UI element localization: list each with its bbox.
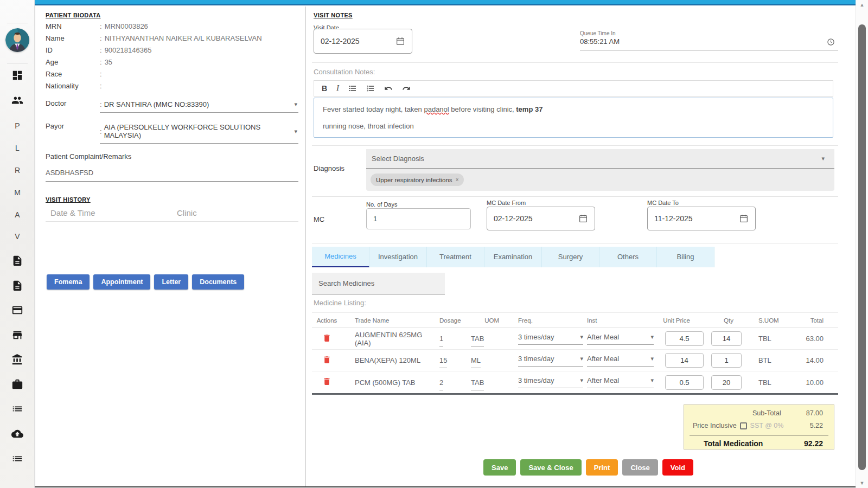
divider (312, 196, 838, 197)
tab-treatment[interactable]: Treatment (427, 247, 484, 267)
mc-date-from-input[interactable]: 02-12-2025 (487, 207, 595, 230)
patients-icon[interactable] (11, 94, 23, 106)
appointment-button[interactable]: Appointment (93, 274, 150, 290)
scroll-up-icon[interactable] (856, 2, 868, 8)
vertical-scrollbar[interactable] (856, 0, 868, 488)
delete-icon[interactable] (322, 355, 331, 365)
chevron-down-icon (294, 101, 297, 107)
tab-medicines[interactable]: Medicines (312, 247, 369, 267)
s-uom: TBL (746, 335, 787, 343)
list-icon[interactable] (11, 403, 23, 415)
uom-input[interactable]: ML (471, 356, 481, 368)
uom-input[interactable]: TAB (471, 378, 484, 390)
bold-icon[interactable]: B (322, 84, 327, 93)
void-button[interactable]: Void (662, 459, 693, 476)
subtotal-row: Sub-Total 87.00 (684, 407, 834, 419)
print-button[interactable]: Print (586, 459, 618, 476)
mc-days-label: No. of Days (366, 201, 397, 208)
document-icon[interactable] (11, 255, 23, 267)
payor-select[interactable]: : AIA (PERSOLKELLY WORKFORCE SOLUTIONS M… (100, 121, 298, 144)
clock-icon[interactable] (827, 38, 835, 48)
complaint-label: Patient Complaint/Remarks (46, 152, 298, 160)
dosage-input[interactable]: 1 (439, 335, 443, 346)
dosage-input[interactable]: 15 (439, 356, 447, 368)
document-icon-2[interactable] (11, 280, 23, 292)
topbar (35, 0, 856, 5)
diagnosis-chip[interactable]: Upper respiratory infections × (371, 174, 464, 186)
briefcase-icon[interactable] (11, 378, 23, 390)
medicine-row: BENA(XEPA) 120ML 15 ML 3 times/day After… (312, 350, 838, 371)
tab-surgery[interactable]: Surgery (542, 247, 599, 267)
delete-icon[interactable] (322, 333, 331, 343)
bank-icon[interactable] (11, 354, 23, 365)
sidebar-item-l[interactable]: L (0, 144, 35, 152)
complaint-input[interactable]: ASDBHASFSD (46, 169, 298, 182)
tab-bar: Medicines Investigation Treatment Examin… (312, 247, 714, 267)
visit-date-input[interactable]: 02-12-2025 (314, 29, 412, 54)
patient-field-age: Age : 35 (46, 58, 298, 66)
search-medicines-input[interactable]: Search Medicines (312, 273, 445, 294)
diagnosis-select[interactable]: Select Diagnosis (366, 149, 834, 169)
calendar-icon[interactable] (395, 36, 405, 46)
delete-icon[interactable] (322, 376, 331, 387)
redo-icon[interactable] (402, 84, 411, 93)
sidebar-item-r[interactable]: R (0, 166, 35, 175)
scroll-down-icon[interactable] (856, 480, 868, 486)
s-uom: TBL (746, 378, 787, 387)
scrollbar-thumb[interactable] (858, 24, 866, 470)
letter-button[interactable]: Letter (154, 274, 188, 290)
sidebar-item-m[interactable]: M (0, 188, 35, 197)
save-close-button[interactable]: Save & Close (520, 459, 581, 476)
avatar[interactable] (5, 28, 29, 52)
dashboard-icon[interactable] (11, 69, 23, 81)
mc-days-input[interactable]: 1 (366, 208, 471, 229)
calendar-icon[interactable] (739, 214, 749, 223)
documents-button[interactable]: Documents (192, 274, 244, 290)
qty-input[interactable]: 20 (711, 375, 742, 390)
payment-card-icon[interactable] (11, 304, 23, 316)
list-icon-2[interactable] (11, 453, 23, 465)
save-button[interactable]: Save (483, 459, 516, 476)
payor-row: Payor : AIA (PERSOLKELLY WORKFORCE SOLUT… (46, 121, 298, 144)
consultation-notes-label: Consultation Notes: (314, 68, 375, 76)
sidebar-item-a[interactable]: A (0, 210, 35, 219)
subtotal-value: 87.00 (806, 409, 823, 417)
uom-input[interactable]: TAB (471, 335, 484, 346)
undo-icon[interactable] (384, 84, 393, 93)
unit-price-input[interactable]: 0.5 (665, 375, 704, 390)
tab-investigation[interactable]: Investigation (369, 247, 427, 267)
close-button[interactable]: Close (622, 459, 658, 476)
fomema-button[interactable]: Fomema (47, 274, 90, 290)
unit-price-input[interactable]: 4.5 (665, 331, 704, 346)
store-icon[interactable] (11, 329, 23, 341)
italic-icon[interactable]: I (336, 84, 339, 93)
row-total: 14.00 (787, 356, 838, 364)
tab-others[interactable]: Others (599, 247, 657, 267)
doctor-label: Doctor (46, 98, 100, 107)
divider (312, 62, 838, 63)
medicine-table-header: Actions Trade Name Dosage UOM Freq. Inst… (312, 312, 838, 328)
doctor-select[interactable]: : DR SANTHIRA (MMC NO:83390) (100, 98, 298, 113)
sidebar-item-p[interactable]: P (0, 121, 35, 130)
qty-input[interactable]: 14 (711, 331, 742, 346)
tab-biling[interactable]: Biling (657, 247, 714, 267)
sidebar-divider (7, 63, 28, 63)
tab-examination[interactable]: Examination (484, 247, 542, 267)
medicine-listing-label: Medicine Listing: (314, 299, 366, 307)
visit-notes-panel: VISIT NOTES Visit Date 02-12-2025 Queue … (306, 7, 856, 486)
row-total: 63.00 (787, 335, 838, 343)
calendar-icon[interactable] (578, 214, 588, 223)
qty-input[interactable]: 1 (711, 353, 742, 368)
sst-label: SST @ 0% (750, 422, 784, 429)
payor-label: Payor (46, 121, 100, 130)
consultation-notes-editor[interactable]: Fever started today night, taken padanol… (314, 98, 833, 138)
price-inclusive-checkbox[interactable] (740, 422, 747, 429)
mc-date-to-input[interactable]: 11-12-2025 (647, 207, 756, 230)
unit-price-input[interactable]: 14 (665, 353, 704, 368)
bulleted-list-icon[interactable] (348, 84, 357, 93)
chip-close-icon[interactable]: × (456, 177, 459, 183)
sidebar-item-v[interactable]: V (0, 232, 35, 241)
dosage-input[interactable]: 2 (439, 378, 443, 390)
cloud-upload-icon[interactable] (11, 428, 23, 440)
numbered-list-icon[interactable] (366, 84, 375, 93)
